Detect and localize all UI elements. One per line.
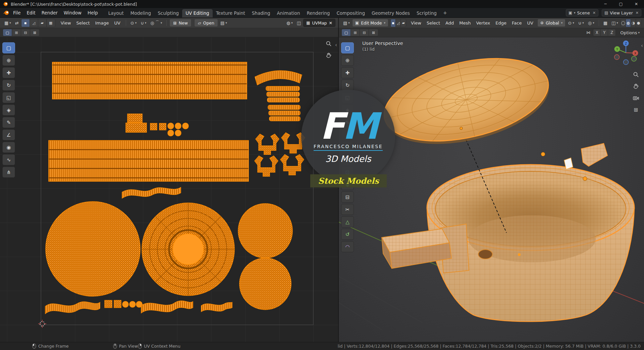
menu-item[interactable]: View	[408, 20, 424, 26]
mode-selector[interactable]: ▣ Edit Mode ▾	[352, 19, 388, 27]
uv-canvas[interactable]: ▢⊕✚↻◱◈✎∠◉∿⋔ ‹	[0, 37, 338, 342]
tool-options-dropdown[interactable]: Options ▾	[619, 30, 641, 36]
browse-image-button[interactable]: ▤ ▾	[219, 20, 229, 26]
menu-item[interactable]: Edge	[493, 20, 509, 26]
workspace-tab[interactable]: Texture Paint	[213, 9, 249, 17]
menu-item[interactable]: Select	[424, 20, 443, 26]
pot-lid[interactable]	[376, 44, 557, 159]
orthographic-grid-icon[interactable]: ⊞	[632, 106, 640, 114]
display-settings-button[interactable]: ◍ ▾	[285, 20, 294, 26]
menu-item[interactable]: Vertex	[473, 20, 493, 26]
uv-select-island[interactable]: ▦	[47, 19, 55, 27]
new-image-button[interactable]: ⊞ New	[169, 19, 192, 27]
stock-pot-model[interactable]	[339, 37, 644, 342]
proportional-editing-button[interactable]: ◎ ▾	[586, 20, 596, 26]
menu-item[interactable]: Select	[74, 20, 93, 26]
shading-rendered[interactable]: ●	[636, 19, 641, 27]
workspace-tab[interactable]: Modeling	[127, 9, 154, 17]
menu-item[interactable]: View	[58, 20, 74, 26]
shading-material-preview[interactable]: ◑	[631, 19, 636, 27]
select-option-intersect[interactable]: ⊠	[30, 29, 39, 36]
pinch-brush-tool[interactable]: ⋔	[2, 167, 15, 178]
smooth-tool[interactable]: ◠	[341, 241, 354, 252]
pivot-point-button[interactable]: ⊙ ▾	[566, 20, 576, 26]
open-image-button[interactable]: ▱ Open	[194, 19, 218, 27]
panel-collapse-icon[interactable]: ‹	[335, 42, 337, 48]
select-box-tool[interactable]: ▢	[341, 42, 354, 53]
uv-islands[interactable]	[45, 62, 305, 314]
menu-item[interactable]: UV	[111, 20, 123, 26]
menu-item[interactable]: Mesh	[457, 20, 473, 26]
select-option-subtract[interactable]: ⊟	[360, 29, 369, 36]
select-option-subtract[interactable]: ⊟	[21, 29, 30, 36]
maximize-button[interactable]: ▢	[613, 0, 629, 8]
xray-toggle[interactable]: ▩	[602, 20, 609, 26]
menu-item[interactable]: File	[10, 9, 24, 16]
view-layer-selector[interactable]: ▤ View Layer ✕	[602, 9, 641, 16]
measure-tool[interactable]: ∠	[2, 129, 15, 140]
transform-orientation-selector[interactable]: ⊕ Global ▾	[537, 19, 566, 27]
scale-tool[interactable]: ◱	[2, 92, 15, 103]
relax-brush-tool[interactable]: ∿	[2, 154, 15, 165]
loop-cut-tool[interactable]: ⊟	[341, 191, 354, 203]
scene-selector[interactable]: ▣ ▾ Scene ✕	[566, 9, 598, 16]
transform-tool[interactable]: ◈	[2, 104, 15, 116]
cursor-2d-tool[interactable]: ⊕	[2, 55, 15, 66]
menu-item[interactable]: Add	[443, 20, 457, 26]
zoom-icon[interactable]	[325, 40, 333, 47]
move-tool[interactable]: ✚	[2, 67, 15, 78]
knife-tool[interactable]: ✂	[341, 204, 354, 215]
select-mode-face[interactable]: ▰	[401, 19, 406, 27]
poly-build-tool[interactable]: △	[341, 216, 354, 227]
uv-select-face[interactable]: ▰	[38, 19, 47, 27]
camera-view-icon[interactable]	[632, 94, 640, 102]
spin-tool[interactable]: ↺	[341, 229, 354, 240]
add-workspace-button[interactable]: +	[440, 10, 450, 15]
uv-select-edge[interactable]: ◿	[30, 19, 38, 27]
workspace-tab[interactable]: UV Editing	[182, 9, 212, 17]
workspace-tab[interactable]: Animation	[274, 9, 304, 17]
tweak-select-box-tool[interactable]: ▢	[2, 42, 15, 53]
active-uv-map-selector[interactable]: ▦ UVMap ✕	[303, 19, 335, 27]
blender-logo-icon[interactable]	[3, 10, 9, 16]
mirror-axis-toggle[interactable]: X	[593, 29, 601, 36]
menu-item[interactable]: Help	[85, 9, 101, 16]
close-button[interactable]: ✕	[629, 0, 644, 8]
menu-item[interactable]: Render	[39, 9, 61, 16]
uv-select-vertex[interactable]: ▪	[21, 19, 30, 27]
mirror-axis-toggle[interactable]: Z	[608, 29, 615, 36]
cursor-3d-tool[interactable]: ⊕	[341, 55, 354, 66]
pan-hand-icon[interactable]	[325, 52, 333, 59]
workspace-tab[interactable]: Compositing	[333, 9, 368, 17]
panel-collapse-icon[interactable]: ‹	[641, 43, 643, 49]
editor-type-button[interactable]: ▦ ▾	[3, 20, 13, 26]
select-mode-edge[interactable]: ◿	[396, 19, 401, 27]
overlays-button[interactable]: ◫	[295, 20, 303, 26]
snap-button[interactable]: ∪ ▾	[577, 20, 586, 26]
pan-hand-icon[interactable]	[632, 83, 640, 90]
mirror-axis-toggle[interactable]: Y	[601, 29, 608, 36]
gizmo-x-negative[interactable]	[614, 55, 620, 60]
menu-item[interactable]: UV	[524, 20, 536, 26]
gizmo-y-negative[interactable]	[632, 56, 637, 61]
workspace-tab[interactable]: Rendering	[303, 9, 333, 17]
workspace-tab[interactable]: Layout	[105, 9, 127, 17]
menu-item[interactable]: Face	[509, 20, 524, 26]
zoom-icon[interactable]	[632, 71, 640, 78]
overlays-button[interactable]: ◫ ▾	[610, 20, 620, 26]
rotate-tool[interactable]: ↻	[341, 80, 354, 91]
snap-button[interactable]: ∪ ▾	[139, 20, 148, 26]
grab-brush-tool[interactable]: ◉	[2, 142, 15, 153]
shading-wireframe[interactable]: ◯	[621, 19, 626, 27]
viewport-canvas[interactable]: User Perspective (1) lid ▢⊕✚↻◱◈✎∠▧⇧⊡◆⊟✂△…	[339, 37, 644, 342]
pot-handle-right[interactable]	[581, 143, 607, 166]
gizmo-z-negative[interactable]	[624, 60, 629, 65]
select-option-intersect[interactable]: ⊠	[369, 29, 378, 36]
select-option-new[interactable]: ▢	[342, 29, 351, 36]
rotate-tool[interactable]: ↻	[2, 80, 15, 91]
pivot-point-button[interactable]: ⊙ ▾	[129, 20, 138, 26]
workspace-tab[interactable]: Geometry Nodes	[368, 9, 413, 17]
menu-item[interactable]: Edit	[24, 9, 39, 16]
uv-2d-cursor[interactable]	[38, 320, 46, 328]
menu-item[interactable]: Image	[93, 20, 112, 26]
